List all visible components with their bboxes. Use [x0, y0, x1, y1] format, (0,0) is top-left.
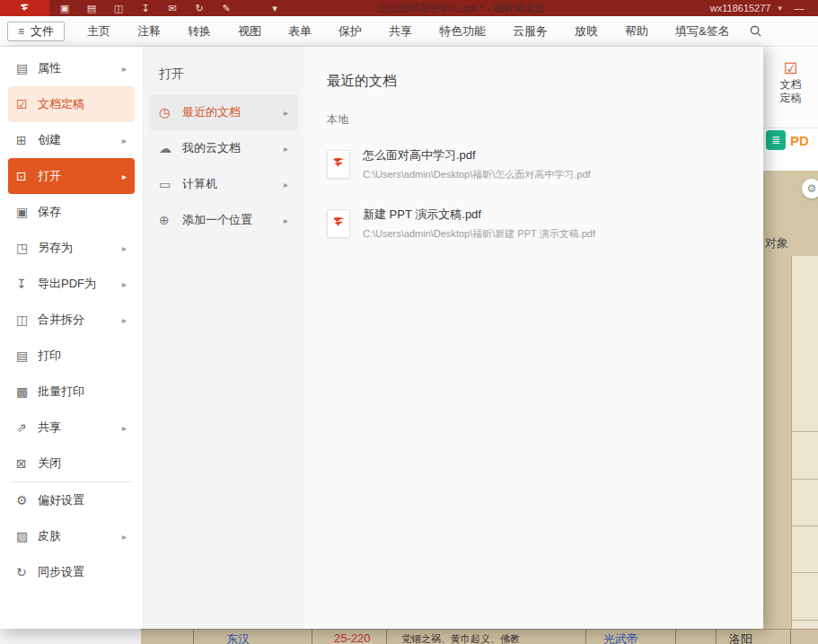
- sidebar-item-share[interactable]: ⇗ 共享 ▸: [8, 410, 135, 446]
- tab-cloud[interactable]: 云服务: [499, 23, 561, 40]
- sidebar-item-create[interactable]: ⊞ 创建 ▸: [8, 122, 135, 158]
- background-app-bottom: 东汉 25-220 党锢之祸、黄巾起义、佛教 光武帝 洛阳: [0, 629, 818, 644]
- document-top-margin: [763, 152, 818, 171]
- file-tab-label: 文件: [31, 23, 54, 40]
- pdf-widget[interactable]: ≣ PD: [763, 128, 818, 152]
- sidebar-item-open[interactable]: ⊡ 打开 ▸: [8, 158, 135, 194]
- quick-access-dropdown-icon[interactable]: ▾: [268, 3, 281, 14]
- recent-file-item[interactable]: 新建 PPT 演示文稿.pdf C:\Users\admin\Desktop\福…: [303, 194, 763, 253]
- save-icon: ▣: [16, 205, 38, 219]
- tab-view[interactable]: 视图: [224, 23, 275, 40]
- settings-fab[interactable]: ⚙: [802, 179, 818, 198]
- tab-home[interactable]: 主页: [74, 23, 124, 40]
- table-cell: 光武帝: [603, 631, 638, 644]
- sidebar-item-merge-split[interactable]: ◫ 合并拆分 ▸: [8, 302, 135, 338]
- pdf-file-icon: [327, 150, 350, 179]
- object-label: 对象: [765, 235, 788, 251]
- tab-form[interactable]: 表单: [275, 23, 325, 40]
- account-chevron-icon[interactable]: ▾: [778, 4, 782, 13]
- search-button[interactable]: [749, 24, 762, 38]
- account-name[interactable]: wx118615277: [710, 3, 771, 13]
- app-logo-button[interactable]: [0, 0, 49, 16]
- recent-file-item[interactable]: 怎么面对高中学习.pdf C:\Users\admin\Desktop\福昕\怎…: [303, 135, 763, 194]
- tab-share[interactable]: 共享: [375, 23, 426, 40]
- sidebar-item-save-as[interactable]: ◳ 另存为 ▸: [8, 230, 135, 266]
- save-icon[interactable]: ▣: [58, 3, 71, 14]
- sidebar-item-properties[interactable]: ▤ 属性 ▸: [8, 50, 135, 86]
- window-title: 怎么面对高中学习.pdf * - 福昕阅读器: [377, 2, 545, 15]
- sidebar-item-sync-settings[interactable]: ↻ 同步设置: [8, 554, 135, 590]
- tab-help[interactable]: 帮助: [611, 23, 662, 40]
- clock-icon: ◷: [159, 105, 182, 119]
- panel-item-computer[interactable]: ▭ 计算机 ▸: [149, 166, 298, 202]
- close-icon: ⊠: [16, 456, 38, 471]
- tab-play[interactable]: 放映: [561, 23, 611, 40]
- table-cell: 党锢之祸、黄巾起义、佛教: [401, 632, 520, 644]
- background-app-right: ☑ 文档 定稿 ≣ PD 对象 ⚙: [763, 47, 818, 629]
- sidebar-item-export-pdf[interactable]: ↧ 导出PDF为 ▸: [8, 266, 135, 302]
- plus-circle-icon: ⊕: [159, 213, 182, 227]
- ribbon-tab-bar: ≡ 文件 主页 注释 转换 视图 表单 保护 共享 特色功能 云服务 放映 帮助…: [0, 16, 818, 47]
- foxit-logo-icon: [19, 3, 31, 14]
- chevron-right-icon: ▸: [284, 216, 288, 225]
- finalize-doc-icon: ☑: [763, 59, 818, 78]
- open-panel: 打开 ◷ 最近的文档 ▸ ☁ 我的云文档 ▸ ▭ 计算机 ▸ ⊕ 添加一个位置 …: [144, 47, 303, 629]
- print-icon[interactable]: ▤: [85, 3, 98, 14]
- panel-item-add-place[interactable]: ⊕ 添加一个位置 ▸: [149, 202, 298, 238]
- pdf-file-icon: [327, 209, 350, 238]
- chevron-right-icon: ▸: [284, 108, 288, 118]
- ribbon-finalize-button[interactable]: ☑ 文档 定稿: [763, 47, 818, 128]
- tab-features[interactable]: 特色功能: [426, 23, 499, 40]
- export-pdf-icon: ↧: [16, 277, 38, 291]
- export-icon[interactable]: ↧: [139, 3, 152, 14]
- tab-comment[interactable]: 注释: [124, 23, 174, 40]
- pdf-widget-label: PD: [790, 133, 809, 148]
- gear-icon: ⚙: [807, 182, 817, 195]
- finalize-icon: ☑: [16, 97, 38, 111]
- sidebar-item-save[interactable]: ▣ 保存: [8, 194, 135, 230]
- table-cell: 东汉: [226, 631, 250, 644]
- sync-icon: ↻: [16, 565, 38, 579]
- create-icon: ⊞: [16, 133, 38, 147]
- tab-fill-sign[interactable]: 填写&签名: [662, 23, 743, 40]
- tab-convert[interactable]: 转换: [174, 23, 224, 40]
- panel-item-cloud-documents[interactable]: ☁ 我的云文档 ▸: [149, 130, 298, 166]
- sidebar-item-finalize[interactable]: ☑ 文档定稿: [8, 86, 135, 122]
- print-icon: ▤: [16, 348, 38, 363]
- finalize-label-line1: 文档: [763, 78, 818, 92]
- pdf-widget-icon: ≣: [766, 130, 786, 150]
- document-table-row: 东汉 25-220 党锢之祸、黄巾起义、佛教 光武帝 洛阳: [141, 629, 818, 644]
- document-page-edge: 对象 ⚙: [763, 171, 818, 629]
- ribbon-tabs: 主页 注释 转换 视图 表单 保护 共享 特色功能 云服务 放映 帮助 填写&签…: [74, 23, 743, 40]
- cloud-icon: ☁: [159, 141, 182, 155]
- merge-split-icon: ◫: [16, 313, 38, 327]
- chevron-right-icon: ▸: [122, 136, 127, 146]
- open-icon: ⊡: [16, 169, 38, 183]
- tab-file[interactable]: ≡ 文件: [7, 22, 65, 41]
- batch-print-icon: ▩: [16, 384, 38, 399]
- pen-icon[interactable]: ✎: [220, 3, 233, 14]
- sidebar-item-close[interactable]: ⊠ 关闭: [8, 446, 135, 481]
- sidebar-item-preferences[interactable]: ⚙ 偏好设置: [8, 482, 135, 518]
- chevron-right-icon: ▸: [122, 315, 127, 325]
- sidebar-item-batch-print[interactable]: ▩ 批量打印: [8, 374, 135, 410]
- sidebar-item-print[interactable]: ▤ 打印: [8, 338, 135, 374]
- file-menu-sidebar: ▤ 属性 ▸ ☑ 文档定稿 ⊞ 创建 ▸ ⊡ 打开 ▸ ▣ 保存 ◳ 另存为 ▸: [0, 47, 144, 629]
- computer-icon: ▭: [159, 177, 182, 191]
- tab-protect[interactable]: 保护: [325, 23, 375, 40]
- local-group-label: 本地: [303, 91, 763, 135]
- table-cell: 25-220: [334, 631, 370, 644]
- panel-item-recent-documents[interactable]: ◷ 最近的文档 ▸: [149, 94, 298, 130]
- file-backstage: ▤ 属性 ▸ ☑ 文档定稿 ⊞ 创建 ▸ ⊡ 打开 ▸ ▣ 保存 ◳ 另存为 ▸: [0, 47, 763, 629]
- sidebar-item-skin[interactable]: ▨ 皮肤 ▸: [8, 518, 135, 554]
- chevron-right-icon: ▸: [122, 279, 127, 289]
- minimize-button[interactable]: —: [789, 3, 809, 13]
- mail-icon[interactable]: ✉: [166, 3, 179, 14]
- undo-icon[interactable]: ↻: [193, 3, 206, 14]
- hamburger-icon: ≡: [18, 25, 24, 38]
- gear-icon: ⚙: [16, 493, 38, 507]
- properties-icon: ▤: [16, 61, 38, 75]
- quick-print-icon[interactable]: ◫: [112, 3, 125, 14]
- titlebar: ▣ ▤ ◫ ↧ ✉ ↻ ✎ ▾ 怎么面对高中学习.pdf * - 福昕阅读器 w…: [0, 0, 818, 16]
- recent-documents-pane: 最近的文档 本地 怎么面对高中学习.pdf C:\Users\admin\Des…: [303, 47, 763, 629]
